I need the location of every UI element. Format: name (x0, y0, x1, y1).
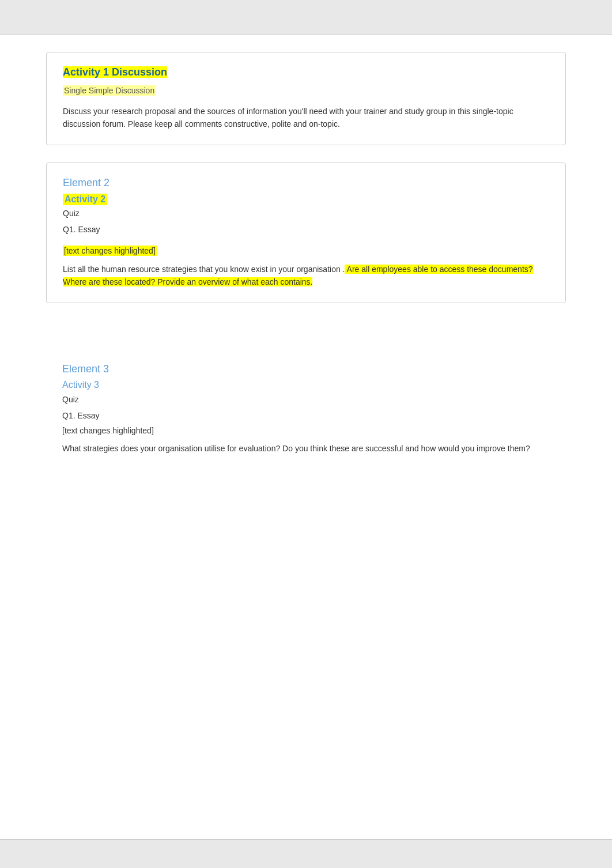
section1-title: Activity 1 Discussion (63, 66, 167, 78)
section3-text-changes-note: [text changes highlighted] (62, 426, 550, 435)
section1-subtitle-wrapper: Single Simple Discussion (63, 82, 549, 96)
section2-activity-title-wrapper: Activity 2 (63, 194, 549, 205)
section2-activity-title: Activity 2 (63, 194, 107, 205)
section2-text-changes-note: [text changes highlighted] (63, 246, 157, 256)
section3-activity-title: Activity 3 (62, 380, 550, 390)
section-3: Element 3 Activity 3 Quiz Q1. Essay [tex… (46, 349, 566, 469)
section3-question-text: What strategies does your organisation u… (62, 442, 550, 455)
section2-element-title: Element 2 (63, 177, 549, 189)
section1-description: Discuss your research proposal and the s… (63, 105, 549, 131)
section1-title-wrapper: Activity 1 Discussion (63, 66, 549, 78)
bottom-bar (0, 839, 612, 868)
section2-question-label: Q1. Essay (63, 225, 549, 234)
section-1: Activity 1 Discussion Single Simple Disc… (46, 52, 566, 145)
page-wrapper: Activity 1 Discussion Single Simple Disc… (0, 0, 612, 868)
section-2: Element 2 Activity 2 Quiz Q1. Essay [tex… (46, 163, 566, 303)
section2-question-text-plain: List all the human resource strategies t… (63, 265, 345, 274)
section2-question-text: List all the human resource strategies t… (63, 263, 549, 289)
content-area: Activity 1 Discussion Single Simple Disc… (0, 35, 612, 486)
section1-subtitle: Single Simple Discussion (63, 85, 156, 96)
section2-text-changes-note-wrapper: [text changes highlighted] (63, 240, 549, 256)
section3-element-title: Element 3 (62, 363, 550, 375)
top-bar (0, 0, 612, 35)
section3-question-label: Q1. Essay (62, 411, 550, 420)
section2-activity-type: Quiz (63, 209, 549, 218)
section3-activity-type: Quiz (62, 395, 550, 404)
